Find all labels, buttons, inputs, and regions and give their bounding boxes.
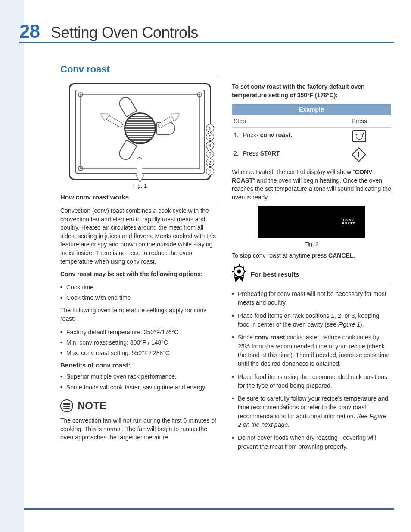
figure-2-caption: Fig. 2 — [232, 241, 391, 247]
example-table: Example Step Press Press conv roast. Pre… — [232, 104, 391, 165]
figure-1-caption: Fig. 1 — [60, 183, 220, 189]
benefits-heading: Benefits of conv roast: — [60, 361, 220, 369]
figure-2-display: CONV ROAST — [258, 206, 365, 238]
section-heading: Conv roast — [60, 64, 220, 77]
step-2: Press START — [234, 149, 326, 158]
activated-paragraph: When activated, the control display will… — [232, 168, 391, 202]
page-header: 28 Setting Oven Controls — [19, 21, 394, 43]
col-press: Press — [327, 115, 391, 128]
list-item: Preheating for conv roast will not be ne… — [232, 289, 391, 307]
note-body: The convection fan will not run during t… — [60, 417, 220, 442]
left-column: Conv roast 6 5 4 3 2 1 Fig. 1 How — [60, 64, 220, 455]
note-box: NOTE The convection fan will not run dur… — [60, 399, 220, 442]
options-list: Cook time Cook time with end time — [60, 283, 220, 302]
figure-1-oven-diagram: 6 5 4 3 2 1 — [69, 83, 211, 180]
benefits-list: Superior multiple oven rack performance.… — [60, 372, 220, 392]
rack-position-labels: 6 5 4 3 2 1 — [206, 124, 214, 175]
best-results-heading-row: For best results — [232, 266, 391, 284]
example-header: Example — [232, 104, 391, 115]
list-item: Place food items on rack positions 1, 2,… — [232, 311, 391, 329]
list-item: Be sure to carefully follow your recipe'… — [232, 394, 391, 429]
conv-roast-button-icon — [352, 130, 366, 142]
page-title: Setting Oven Controls — [51, 24, 198, 42]
list-item: Place food items using the recommended r… — [232, 373, 391, 390]
footer-rule — [24, 508, 394, 510]
left-margin-bar — [0, 0, 24, 532]
content: Conv roast 6 5 4 3 2 1 Fig. 1 How — [60, 64, 392, 455]
col-step: Step — [232, 115, 327, 128]
list-item: Since conv roast cooks faster, reduce co… — [232, 333, 391, 368]
right-column: To set conv roast with the factory defau… — [232, 64, 391, 455]
note-icon — [60, 399, 73, 412]
step-1: Press conv roast. — [234, 131, 326, 139]
how-works-heading: How conv roast works — [60, 193, 220, 202]
display-text: CONV ROAST — [342, 218, 355, 226]
temps-list: Factory default temperature: 350°F/176°C… — [60, 328, 220, 358]
best-results-heading: For best results — [251, 271, 299, 278]
stop-paragraph: To stop conv roast at anytime press CANC… — [232, 252, 391, 260]
list-item: Do not cover foods when dry roasting - c… — [232, 433, 391, 451]
ribbon-icon — [232, 266, 246, 282]
best-results-list: Preheating for conv roast will not be ne… — [232, 289, 391, 451]
temps-intro: The following oven temperature settings … — [60, 306, 220, 323]
page-number: 28 — [19, 21, 40, 42]
how-works-paragraph: Convection (conv) roast combines a cook … — [60, 207, 220, 266]
start-button-icon — [353, 149, 366, 161]
set-intro: To set conv roast with the factory defau… — [232, 83, 391, 100]
note-label: NOTE — [78, 400, 106, 412]
options-intro: Conv roast may be set with the following… — [60, 270, 220, 279]
